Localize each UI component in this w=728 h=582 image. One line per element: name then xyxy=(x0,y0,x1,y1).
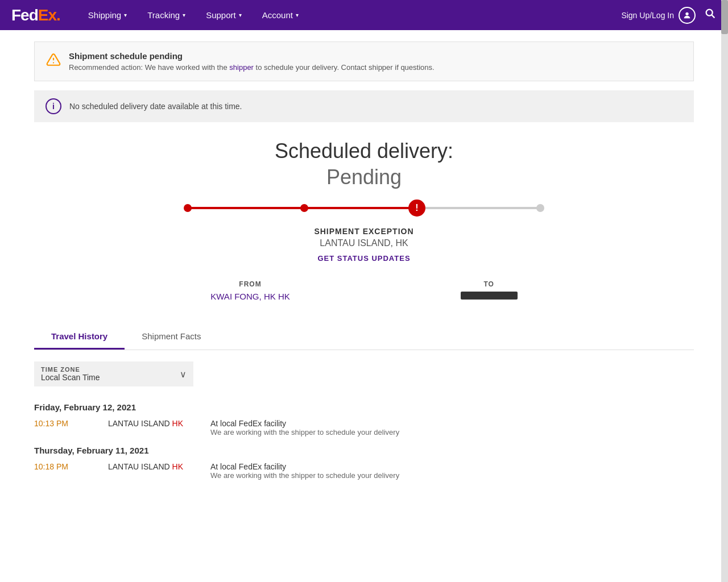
progress-dot-1 xyxy=(184,204,192,212)
timezone-value: Local Scan Time xyxy=(41,373,187,382)
redacted-bar xyxy=(461,292,518,300)
timezone-selector[interactable]: TIME ZONE Local Scan Time ∨ xyxy=(34,361,193,386)
history-desc-1: At local FedEx facility We are working w… xyxy=(210,419,399,436)
chevron-down-icon: ▾ xyxy=(296,12,299,18)
alert-banner: Shipment schedule pending Recommended ac… xyxy=(34,41,694,81)
hk-accent-2: HK xyxy=(172,462,183,471)
get-status-updates-link[interactable]: GET STATUS UPDATES xyxy=(317,254,410,263)
progress-track: ! xyxy=(188,206,540,210)
user-icon xyxy=(679,7,696,24)
tab-travel-history[interactable]: Travel History xyxy=(34,325,125,350)
exception-section: SHIPMENT EXCEPTION LANTAU ISLAND, HK GET… xyxy=(34,227,694,263)
nav-right: Sign Up/Log In xyxy=(621,7,717,24)
to-value-redacted xyxy=(461,292,518,302)
info-banner: i No scheduled delivery date available a… xyxy=(34,90,694,122)
history-location-1: LANTAU ISLAND HK xyxy=(108,419,210,428)
timezone-label: TIME ZONE xyxy=(41,366,187,373)
navbar: FedEx. Shipping ▾ Tracking ▾ Support ▾ A… xyxy=(0,0,728,30)
info-text: No scheduled delivery date available at … xyxy=(69,102,242,111)
warning-icon xyxy=(46,52,61,70)
from-block: FROM KWAI FONG, HK HK xyxy=(210,280,289,302)
from-value: KWAI FONG, HK HK xyxy=(210,292,289,301)
main-content: Shipment schedule pending Recommended ac… xyxy=(23,30,705,500)
delivery-section: Scheduled delivery: Pending xyxy=(34,139,694,189)
svg-point-4 xyxy=(53,62,54,63)
signin-button[interactable]: Sign Up/Log In xyxy=(621,7,696,24)
history-desc-2: At local FedEx facility We are working w… xyxy=(210,462,399,480)
date-header-1: Friday, February 12, 2021 xyxy=(34,402,694,412)
svg-line-2 xyxy=(712,15,714,18)
tabs-section: Travel History Shipment Facts xyxy=(34,325,694,350)
travel-history-list: Friday, February 12, 2021 10:13 PM LANTA… xyxy=(34,402,694,480)
delivery-status: Pending xyxy=(34,165,694,189)
alert-content: Shipment schedule pending Recommended ac… xyxy=(69,51,435,72)
to-label: TO xyxy=(461,280,518,288)
history-entry-2: 10:18 PM LANTAU ISLAND HK At local FedEx… xyxy=(34,462,694,480)
alert-link[interactable]: shipper xyxy=(229,63,254,72)
history-time-1: 10:13 PM xyxy=(34,419,108,428)
date-header-2: Thursday, February 11, 2021 xyxy=(34,446,694,455)
to-block: TO xyxy=(461,280,518,302)
logo-ex: Ex xyxy=(38,6,56,24)
delivery-title: Scheduled delivery: xyxy=(34,139,694,163)
hk-accent: HK xyxy=(172,419,183,428)
tab-shipment-facts[interactable]: Shipment Facts xyxy=(125,325,218,350)
history-time-2: 10:18 PM xyxy=(34,462,108,471)
info-icon: i xyxy=(46,98,61,114)
fedex-logo[interactable]: FedEx. xyxy=(11,6,61,24)
progress-dot-exception: ! xyxy=(408,199,425,217)
nav-tracking[interactable]: Tracking ▾ xyxy=(137,0,196,30)
history-entry-1: 10:13 PM LANTAU ISLAND HK At local FedEx… xyxy=(34,419,694,436)
logo-fed: Fed xyxy=(11,6,38,24)
chevron-down-icon: ▾ xyxy=(124,12,127,18)
scrollbar-track[interactable] xyxy=(721,0,728,500)
nav-shipping[interactable]: Shipping ▾ xyxy=(78,0,137,30)
svg-point-0 xyxy=(685,12,688,15)
exception-location: LANTAU ISLAND, HK xyxy=(34,238,694,248)
history-location-2: LANTAU ISLAND HK xyxy=(108,462,210,471)
from-to-section: FROM KWAI FONG, HK HK TO xyxy=(34,280,694,302)
svg-point-1 xyxy=(706,10,713,16)
progress-dot-2 xyxy=(300,204,308,212)
from-label: FROM xyxy=(210,280,289,288)
nav-support[interactable]: Support ▾ xyxy=(196,0,252,30)
progress-section: ! xyxy=(34,206,694,210)
logo-dot: . xyxy=(56,6,61,24)
alert-title: Shipment schedule pending xyxy=(69,51,435,61)
chevron-down-icon: ▾ xyxy=(183,12,185,18)
progress-dot-4 xyxy=(536,204,544,212)
search-icon[interactable] xyxy=(704,7,717,23)
alert-desc: Recommended action: We have worked with … xyxy=(69,63,435,72)
nav-links: Shipping ▾ Tracking ▾ Support ▾ Account … xyxy=(78,0,622,30)
nav-account[interactable]: Account ▾ xyxy=(252,0,309,30)
exception-label: SHIPMENT EXCEPTION xyxy=(34,227,694,236)
chevron-down-icon: ∨ xyxy=(180,369,187,380)
chevron-down-icon: ▾ xyxy=(239,12,242,18)
scrollbar-thumb[interactable] xyxy=(721,0,728,34)
